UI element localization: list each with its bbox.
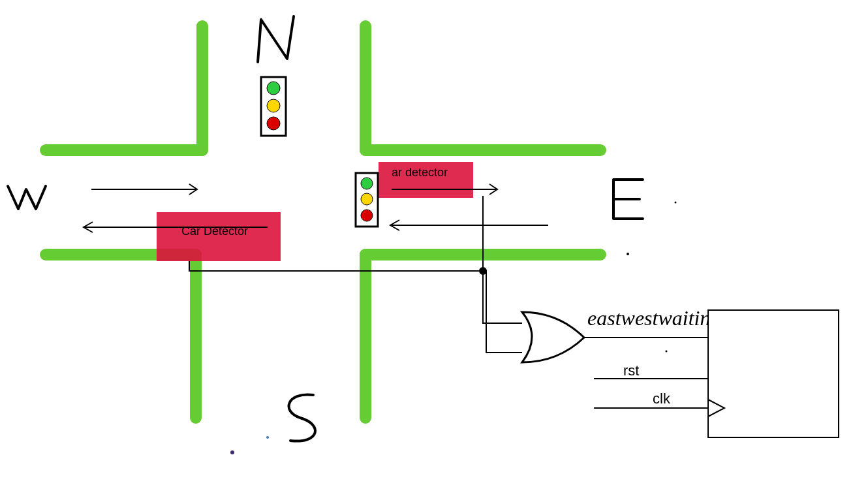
- road-arrows: [84, 184, 548, 232]
- module-box: [708, 310, 839, 437]
- stray-dot: [627, 253, 629, 255]
- east-letter: [613, 180, 643, 219]
- light-red-icon: [267, 117, 280, 130]
- compass: [8, 16, 643, 441]
- light-yellow-icon: [267, 99, 280, 112]
- north-letter: [258, 16, 294, 62]
- stray-dot: [675, 202, 677, 204]
- south-letter: [289, 394, 315, 441]
- light-green-icon: [361, 178, 373, 189]
- roads: [46, 26, 600, 418]
- light-red-icon: [361, 210, 373, 221]
- traffic-light-north: [261, 77, 286, 136]
- west-letter: [8, 186, 46, 209]
- label-rst: rst: [623, 362, 639, 379]
- or-gate-icon: [522, 312, 584, 362]
- svg-rect-17: [708, 310, 839, 437]
- car-detector-east-label: ar detector: [392, 166, 448, 179]
- traffic-light-ew: [356, 173, 378, 227]
- label-eastwestwaiting: eastwestwaiting: [587, 306, 721, 330]
- car-detector-west: Car Detector: [157, 212, 281, 261]
- car-detector-east: ar detector: [379, 162, 473, 198]
- stray-dot: [266, 436, 269, 439]
- label-clk: clk: [653, 390, 671, 407]
- stray-dot: [666, 351, 668, 353]
- light-green-icon: [267, 82, 280, 95]
- light-yellow-icon: [361, 193, 373, 205]
- svg-point-16: [480, 268, 486, 274]
- stray-dot: [230, 450, 234, 454]
